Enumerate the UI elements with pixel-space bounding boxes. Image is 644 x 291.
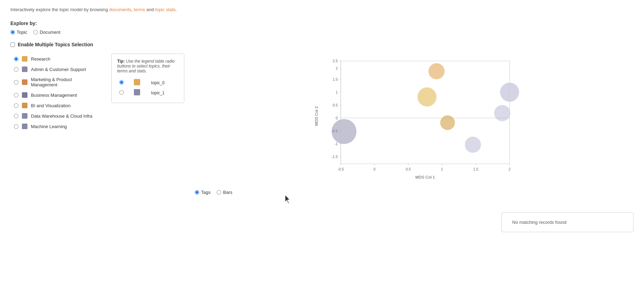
legend-row-1: topic_1 [117,88,178,98]
svg-text:1.5: 1.5 [333,77,338,81]
topic-name-admin: Admin & Customer Support [31,67,86,72]
legend-row-0: topic_0 [117,78,178,88]
explore-document-option[interactable]: Document [33,30,60,35]
view-bars-label: Bars [223,190,232,195]
tip-body: Use the legend table radio buttons to se… [117,59,175,73]
topic-name-bi: BI and Visualization [31,103,71,108]
svg-text:0.5: 0.5 [406,167,411,171]
topic-radio-admin[interactable] [14,67,18,72]
explore-topic-label: Topic [17,30,27,35]
multiple-topics-label: Enable Multiple Topics Selection [18,42,93,47]
svg-text:-1: -1 [335,142,338,146]
svg-text:2.5: 2.5 [333,59,338,63]
intro-text: Interactively explore the topic model by… [10,7,634,12]
topic-item-marketing[interactable]: Marketing & Product Management [10,74,101,90]
tip-prefix: Tip: [117,59,125,64]
svg-marker-32 [285,195,290,204]
topic-radio-bi[interactable] [14,103,18,108]
topic-item-research[interactable]: Research [10,54,101,64]
cursor-icon [285,195,292,206]
svg-text:1.5: 1.5 [473,167,478,171]
explore-by-label: Explore by: [10,21,634,26]
explore-topic-option[interactable]: Topic [10,30,27,35]
view-bars-option[interactable]: Bars [217,190,232,195]
view-tags-option[interactable]: Tags [195,190,210,195]
main-layout: Research Admin & Customer Support Market… [10,54,634,232]
legend-label-cell-0: topic_0 [149,78,178,88]
topic-swatch-ml [22,124,27,129]
no-records-message: No matching records found [512,220,566,225]
legend-label-cell-1: topic_1 [149,88,178,98]
bubble-5 [494,105,510,121]
topic-swatch-research [22,56,27,62]
legend-label-0: topic_0 [151,80,165,85]
view-mode-group: Tags Bars [195,190,634,195]
topic-item-admin[interactable]: Admin & Customer Support [10,64,101,74]
x-axis-label: MDS Col 1 [416,175,435,179]
topic-radio-ml[interactable] [14,124,18,129]
scatter-svg: 2.5 2 1.5 1 0.5 0 -0.5 -1 -1.5 -0.5 0 [195,54,634,186]
topic-swatch-marketing [22,79,27,85]
svg-text:0.5: 0.5 [333,103,338,107]
svg-text:2: 2 [509,167,511,171]
svg-text:1: 1 [336,90,338,94]
view-tags-radio[interactable] [195,190,199,195]
topic-radio-datawarehouse[interactable] [14,114,18,118]
explore-document-radio[interactable] [33,30,38,34]
topic-swatch-business [22,92,27,98]
explore-document-label: Document [40,30,60,35]
bubble-2 [440,115,455,130]
topic-name-ml: Machine Learning [31,124,67,129]
topic-item-bi[interactable]: BI and Visualization [10,100,101,111]
legend-swatch-0 [134,79,140,85]
bubble-3 [332,119,357,144]
multiple-topics-checkbox[interactable] [10,42,15,47]
legend-radio-cell-0[interactable] [117,78,132,88]
tip-text: Tip: Use the legend table radio buttons … [117,59,178,73]
svg-text:1: 1 [441,167,443,171]
tip-box: Tip: Use the legend table radio buttons … [111,54,184,103]
svg-text:-0.5: -0.5 [338,167,344,171]
scatter-chart-area: 2.5 2 1.5 1 0.5 0 -0.5 -1 -1.5 -0.5 0 [195,54,634,232]
legend-swatch-1 [134,89,140,95]
view-bars-radio[interactable] [217,190,221,195]
topic-item-ml[interactable]: Machine Learning [10,121,101,132]
bubble-1 [418,87,437,107]
topic-item-datawarehouse[interactable]: Data Warehouse & Cloud Infra [10,111,101,121]
topic-name-marketing: Marketing & Product Management [31,77,97,87]
terms-link[interactable]: terms [134,7,145,12]
topic-item-business[interactable]: Business Management [10,90,101,100]
topic-swatch-bi [22,103,27,108]
documents-link[interactable]: documents [109,7,131,12]
topic-radio-marketing[interactable] [14,80,18,85]
legend-radio-cell-1[interactable] [117,88,132,98]
svg-rect-31 [341,61,510,164]
topic-name-business: Business Management [31,93,77,98]
topic-list: Research Admin & Customer Support Market… [10,54,101,132]
topic-radio-business[interactable] [14,93,18,97]
legend-radio-topic0[interactable] [119,80,124,85]
svg-text:0: 0 [373,167,376,171]
explore-topic-radio[interactable] [10,30,15,34]
topic-name-research: Research [31,56,50,62]
svg-text:0: 0 [336,116,338,120]
legend-radio-topic1[interactable] [119,90,124,95]
legend-swatch-cell-0 [132,78,149,88]
view-tags-label: Tags [201,190,210,195]
legend-swatch-cell-1 [132,88,149,98]
legend-table: topic_0 topic_1 [117,78,178,98]
topic-name-datawarehouse: Data Warehouse & Cloud Infra [31,113,92,119]
svg-text:-1.5: -1.5 [331,155,338,159]
explore-by-group: Topic Document [10,30,634,35]
multiple-topics-row: Enable Multiple Topics Selection [10,42,634,47]
no-records-box: No matching records found [501,212,634,232]
topic-swatch-datawarehouse [22,113,27,119]
legend-label-1: topic_1 [151,91,165,95]
topic-stats-link[interactable]: topic stats [155,7,176,12]
bubble-4 [465,137,481,153]
topic-radio-research[interactable] [14,57,18,61]
y-axis-label: MDS Col 2 [314,106,319,126]
topic-swatch-admin [22,66,27,72]
svg-text:2: 2 [336,66,338,70]
bubble-0 [428,63,444,79]
